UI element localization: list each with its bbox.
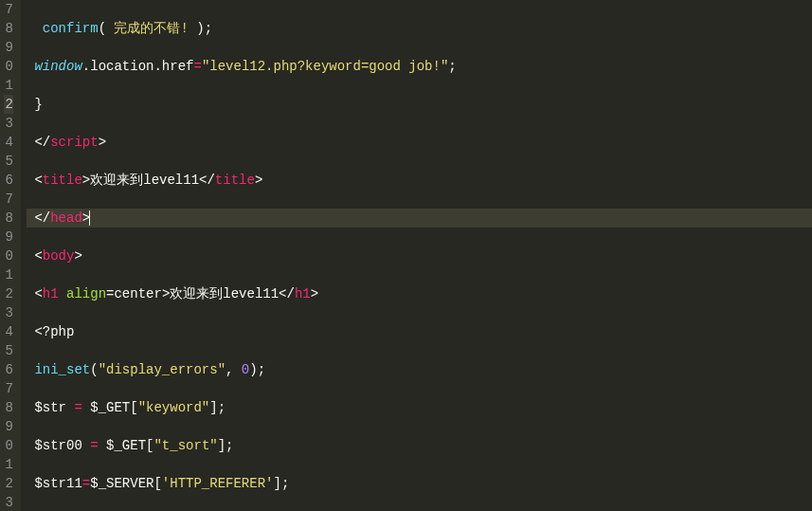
code-line[interactable]: } [27,95,812,114]
text-cursor [89,210,90,226]
line-number-gutter: 789012345678901234567890123 [0,0,21,511]
line-number: 9 [4,228,13,246]
code-line[interactable]: </script> [27,133,812,152]
code-line[interactable]: <title>欢迎来到level11</title> [27,171,812,190]
code-line[interactable]: <h1 align=center>欢迎来到level11</h1> [27,284,812,303]
line-number: 1 [4,455,13,474]
code-line[interactable]: confirm( 完成的不错! ); [27,19,812,38]
line-number: 9 [4,38,13,57]
code-line[interactable]: window.location.href="level12.php?keywor… [27,57,812,76]
line-number: 4 [4,133,13,152]
line-number: 3 [4,303,13,322]
line-number: 4 [4,322,13,341]
code-line[interactable]: $str00 = $_GET["t_sort"]; [27,436,812,455]
code-line[interactable]: <body> [27,246,812,265]
line-number: 2 [4,474,13,493]
code-line[interactable]: ini_set("display_errors", 0); [27,360,812,379]
line-number: 6 [4,360,13,379]
line-number: 8 [4,398,13,417]
line-number: 5 [4,341,13,360]
line-number: 7 [4,190,13,209]
line-number: 3 [4,114,13,133]
code-line[interactable]: <?php [27,322,812,341]
line-number: 2 [4,284,13,303]
line-number: 7 [4,379,13,398]
line-number: 0 [4,436,13,455]
line-number: 1 [4,76,13,95]
line-number: 7 [4,0,13,19]
line-number: 0 [4,246,13,265]
line-number: 8 [4,19,13,38]
line-number: 0 [4,57,13,76]
line-number: 6 [4,171,13,190]
code-editor-area[interactable]: confirm( 完成的不错! ); window.location.href=… [21,0,812,511]
line-number: 8 [4,209,13,228]
line-number: 1 [4,265,13,284]
line-number: 3 [4,493,13,511]
code-line[interactable]: </head> [27,209,812,228]
line-number: 2 [4,95,13,114]
line-number: 5 [4,152,13,171]
code-line[interactable]: $str = $_GET["keyword"]; [27,398,812,417]
code-line[interactable]: $str11=$_SERVER['HTTP_REFERER']; [27,474,812,493]
line-number: 9 [4,417,13,436]
